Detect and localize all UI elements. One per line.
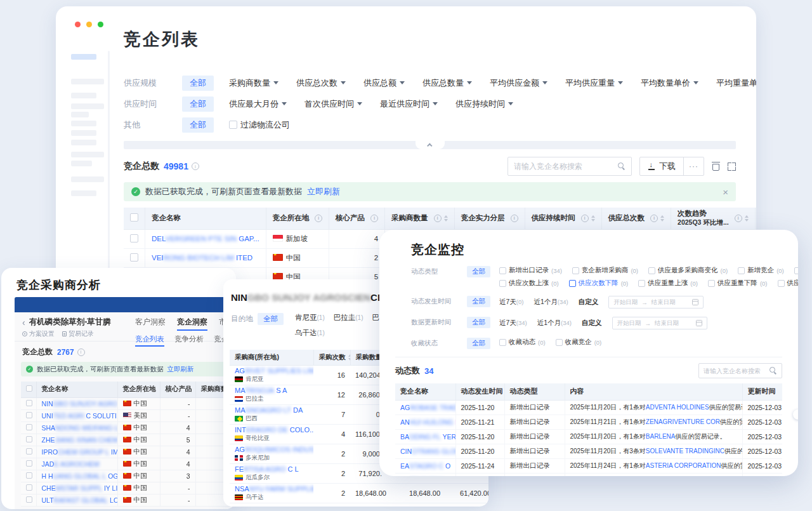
checkbox-icon[interactable] [26,385,32,392]
company-name[interactable]: NINGBO SUNJOY AGRO SCIENCE C... [42,400,118,408]
monitor-filter-checkbox[interactable]: 供应数量上涨(0) [778,279,799,288]
close-window-icon[interactable] [75,22,81,27]
filter-dropdown[interactable]: 供应总次数 [296,77,346,89]
filter-dropdown[interactable]: 首次供应时间 [304,98,362,110]
monitor-search-box[interactable] [698,363,782,378]
destination-option[interactable]: 肯尼亚(1) [295,313,325,322]
monitor-filter-checkbox[interactable]: 竞企新增采购商(0) [572,266,638,275]
date-range-input[interactable]: 开始日期→结束日期 [608,296,704,309]
destination-all-chip[interactable]: 全部 [258,313,284,325]
company-link[interactable]: INC [714,448,724,455]
filter-dropdown[interactable]: 平均重量单价 [716,77,756,89]
sidebar-item-skeleton[interactable] [71,190,96,196]
destination-option[interactable]: 巴拉圭(1) [334,313,363,322]
company-name[interactable]: H HUANG GLOBAL L OGISTICS C... [42,472,118,480]
checkbox-icon[interactable] [26,400,32,406]
company-name[interactable]: MATRISOJA S A [235,387,308,394]
time-range-option[interactable]: 近7天(0) [499,298,523,307]
filter-dropdown[interactable]: 供应持续时间 [455,98,513,110]
core-products-cell[interactable]: 4 [329,229,385,248]
checkbox-icon[interactable] [26,412,32,418]
company-link[interactable]: INES [694,404,709,411]
company-name[interactable]: AGRIVET SUPPLIES LIM ITED [235,367,308,375]
filter-all-chip[interactable]: 全部 [182,96,214,112]
company-link[interactable]: ATION [702,462,721,469]
sidebar-item-skeleton[interactable] [71,54,96,60]
sidebar-item-skeleton[interactable] [71,130,96,136]
search-input[interactable] [514,162,618,171]
subtab-2[interactable]: 竞争分析 [174,335,204,347]
sidebar-item-skeleton[interactable] [71,152,104,157]
sort-icon[interactable] [591,215,595,222]
close-banner-icon[interactable]: × [723,187,728,197]
company-name[interactable]: DELVERGREEN PTE SIN GAP... [152,235,259,242]
sort-icon[interactable] [660,215,664,222]
company-name[interactable]: CINOTRANS GLOBAL L OGIS... [400,448,455,455]
filter-dropdown[interactable]: 平均数量单价 [641,77,698,89]
filter-all-chip[interactable]: 全部 [182,76,214,91]
plan-settings-button[interactable]: 方案设置 [22,329,55,338]
sidebar-item-skeleton[interactable] [71,103,104,109]
info-icon[interactable]: i [77,348,85,356]
back-icon[interactable]: ‹ [22,317,25,328]
search-input[interactable] [704,368,769,375]
monitor-filter-checkbox[interactable]: 供应次数上涨(0) [499,279,559,288]
filter-dropdown[interactable]: 采购商数量 [229,77,278,89]
maximize-window-icon[interactable] [98,22,103,27]
trade-records-button[interactable]: 贸易记录 [62,329,94,338]
download-more-button[interactable]: ··· [683,157,704,175]
monitor-filter-checkbox[interactable]: 供应次数下降(0) [569,279,629,288]
sidebar-item-skeleton[interactable] [71,140,96,145]
info-icon[interactable]: i [192,163,199,170]
company-name[interactable]: ZHEJIANG XINAN CHEM ICAL [42,436,118,444]
filter-all-chip[interactable]: 全部 [467,317,490,328]
destination-option[interactable]: 乌干达(1) [295,328,325,338]
time-range-option[interactable]: 近1个月(34) [534,298,568,307]
filter-dropdown[interactable]: 供应总额 [363,77,405,89]
company-name[interactable]: INTERAGRO DE COLO... [235,426,308,434]
filter-all-chip[interactable]: 全部 [467,338,490,349]
monitor-filter-checkbox[interactable]: 供应重量下降(0) [708,279,768,288]
subtab-1[interactable]: 竞企列表 [135,335,164,347]
company-name[interactable]: UNITED AGRI C SOLUTI... [42,412,118,420]
core-products-cell[interactable]: 2 [329,248,385,267]
delete-icon[interactable] [712,162,720,171]
checkbox-icon[interactable] [26,448,32,455]
sort-icon[interactable] [745,215,749,222]
company-link[interactable]: TURE COR [687,418,720,425]
company-name[interactable]: EASTAGRO C O [400,462,450,470]
filter-dropdown[interactable]: 供应最大月份 [229,98,287,110]
checkbox-icon[interactable] [26,484,32,491]
company-name[interactable]: MAGNOAGRO LT DA [235,406,308,414]
refresh-now-link[interactable]: 立即刷新 [307,186,340,197]
filter-dropdown[interactable]: 平均供应金额 [490,77,547,89]
checkbox-icon[interactable] [130,253,138,262]
filter-all-chip[interactable]: 全部 [182,117,214,133]
checkbox-icon[interactable] [26,496,32,503]
monitor-filter-checkbox[interactable]: 新增出口记录(34) [499,266,562,275]
monitor-filter-checkbox[interactable]: 新增竞企(0) [738,266,784,275]
checkbox-icon[interactable] [130,234,138,242]
checkbox-icon[interactable] [26,424,32,430]
filter-checkbox[interactable]: 过滤物流公司 [229,119,290,131]
filter-dropdown[interactable]: 平均供应重量 [565,77,623,89]
info-icon[interactable]: i [434,215,442,222]
minimize-window-icon[interactable] [86,22,92,27]
company-name[interactable]: ANHUI HUILONG BIO... [400,418,455,426]
tab-2[interactable]: 竞企洞察 [177,317,207,331]
time-range-option[interactable]: 近1个月(34) [537,319,572,328]
checkbox-icon[interactable] [26,472,32,479]
company-name[interactable]: VEIRONG BIOTECH LIM ITED [152,254,252,262]
monitor-filter-checkbox[interactable]: 收藏竞企(0) [556,338,602,347]
company-name[interactable]: JADE AGROCHEM [42,460,100,468]
drag-handle[interactable] [793,409,798,420]
filter-all-chip[interactable]: 全部 [467,296,490,307]
sidebar-item-skeleton[interactable] [71,161,92,166]
tab-1[interactable]: 客户洞察 [135,317,166,331]
sidebar-item-skeleton[interactable] [71,79,104,84]
download-button[interactable]: 下载 [640,157,683,175]
sidebar-item-skeleton[interactable] [71,121,96,126]
company-link[interactable]: A [671,433,676,440]
filter-dropdown[interactable]: 最近供应时间 [380,98,438,110]
refresh-now-link[interactable]: 立即刷新 [167,365,194,374]
